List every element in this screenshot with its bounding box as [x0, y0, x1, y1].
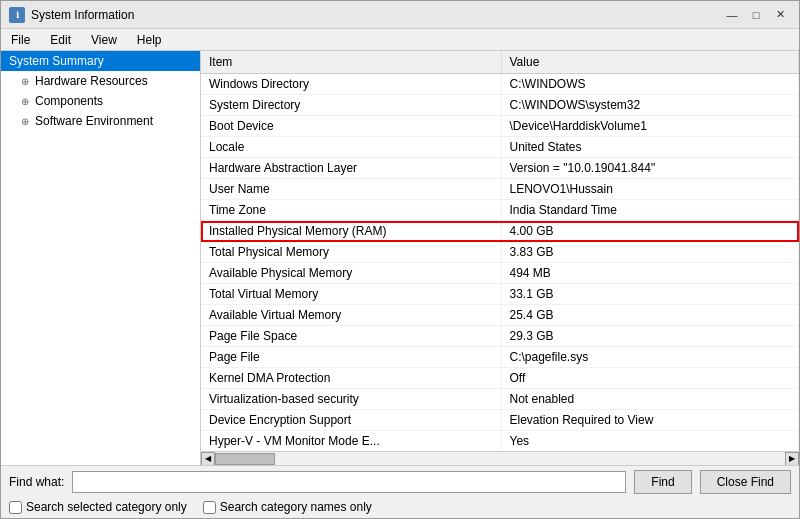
cell-value: C:\pagefile.sys — [501, 347, 799, 368]
scrollbar-thumb[interactable] — [215, 453, 275, 465]
scroll-left-btn[interactable]: ◀ — [201, 452, 215, 466]
cell-item: Hyper-V - VM Monitor Mode E... — [201, 431, 501, 452]
sidebar-item-components[interactable]: ⊕ Components — [1, 91, 200, 111]
cell-item: Available Physical Memory — [201, 263, 501, 284]
table-header-row: Item Value — [201, 51, 799, 74]
system-info-table: Item Value Windows DirectoryC:\WINDOWSSy… — [201, 51, 799, 451]
cell-item: Hardware Abstraction Layer — [201, 158, 501, 179]
table-row: User NameLENOVO1\Hussain — [201, 179, 799, 200]
scrollbar-track[interactable] — [215, 452, 785, 466]
cell-item: Total Physical Memory — [201, 242, 501, 263]
sidebar-item-hardware-resources[interactable]: ⊕ Hardware Resources — [1, 71, 200, 91]
cell-item: Page File Space — [201, 326, 501, 347]
cell-value: 4.00 GB — [501, 221, 799, 242]
cell-value: 33.1 GB — [501, 284, 799, 305]
cell-value: C:\WINDOWS\system32 — [501, 95, 799, 116]
scroll-right-btn[interactable]: ▶ — [785, 452, 799, 466]
cell-item: Device Encryption Support — [201, 410, 501, 431]
menu-help[interactable]: Help — [127, 31, 172, 49]
table-container[interactable]: Item Value Windows DirectoryC:\WINDOWSSy… — [201, 51, 799, 451]
cell-item: Boot Device — [201, 116, 501, 137]
menu-file[interactable]: File — [1, 31, 40, 49]
checkbox-row: Search selected category only Search cat… — [1, 498, 799, 518]
close-find-button[interactable]: Close Find — [700, 470, 791, 494]
table-row: Hardware Abstraction LayerVersion = "10.… — [201, 158, 799, 179]
cell-value: 3.83 GB — [501, 242, 799, 263]
cell-value: 25.4 GB — [501, 305, 799, 326]
table-row: Page File Space29.3 GB — [201, 326, 799, 347]
search-selected-category-checkbox[interactable]: Search selected category only — [9, 500, 187, 514]
window-title: System Information — [31, 8, 134, 22]
table-row: Hyper-V - VM Monitor Mode E...Yes — [201, 431, 799, 452]
col-item: Item — [201, 51, 501, 74]
close-button[interactable]: ✕ — [769, 6, 791, 24]
find-button[interactable]: Find — [634, 470, 691, 494]
cell-item: Kernel DMA Protection — [201, 368, 501, 389]
table-row: Windows DirectoryC:\WINDOWS — [201, 74, 799, 95]
table-row: Boot Device\Device\HarddiskVolume1 — [201, 116, 799, 137]
cell-item: User Name — [201, 179, 501, 200]
find-label: Find what: — [9, 475, 64, 489]
table-row: Installed Physical Memory (RAM)4.00 GB — [201, 221, 799, 242]
bottom-panel: Find what: Find Close Find Search select… — [1, 465, 799, 518]
cell-value: Yes — [501, 431, 799, 452]
expand-icon-hardware: ⊕ — [21, 76, 29, 87]
search-category-names-checkbox[interactable]: Search category names only — [203, 500, 372, 514]
table-row: System DirectoryC:\WINDOWS\system32 — [201, 95, 799, 116]
table-row: Device Encryption SupportElevation Requi… — [201, 410, 799, 431]
cell-item: Installed Physical Memory (RAM) — [201, 221, 501, 242]
sidebar: System Summary ⊕ Hardware Resources ⊕ Co… — [1, 51, 201, 465]
title-bar-left: ℹ System Information — [9, 7, 134, 23]
table-row: LocaleUnited States — [201, 137, 799, 158]
expand-icon-software: ⊕ — [21, 116, 29, 127]
horizontal-scrollbar[interactable]: ◀ ▶ — [201, 451, 799, 465]
cell-value: Elevation Required to View — [501, 410, 799, 431]
table-row: Kernel DMA ProtectionOff — [201, 368, 799, 389]
table-row: Available Physical Memory494 MB — [201, 263, 799, 284]
table-row: Time ZoneIndia Standard Time — [201, 200, 799, 221]
cell-item: Available Virtual Memory — [201, 305, 501, 326]
cell-value: Not enabled — [501, 389, 799, 410]
cell-value: United States — [501, 137, 799, 158]
cell-value: Off — [501, 368, 799, 389]
cell-item: Virtualization-based security — [201, 389, 501, 410]
cell-value: LENOVO1\Hussain — [501, 179, 799, 200]
table-row: Virtualization-based securityNot enabled — [201, 389, 799, 410]
expand-icon-components: ⊕ — [21, 96, 29, 107]
cell-item: System Directory — [201, 95, 501, 116]
table-row: Total Virtual Memory33.1 GB — [201, 284, 799, 305]
table-row: Total Physical Memory3.83 GB — [201, 242, 799, 263]
menu-edit[interactable]: Edit — [40, 31, 81, 49]
find-row: Find what: Find Close Find — [1, 466, 799, 498]
sidebar-item-software-environment[interactable]: ⊕ Software Environment — [1, 111, 200, 131]
cell-value: \Device\HarddiskVolume1 — [501, 116, 799, 137]
app-icon: ℹ — [9, 7, 25, 23]
find-input[interactable] — [72, 471, 626, 493]
cell-value: C:\WINDOWS — [501, 74, 799, 95]
menu-bar: File Edit View Help — [1, 29, 799, 51]
maximize-button[interactable]: □ — [745, 6, 767, 24]
title-bar: ℹ System Information — □ ✕ — [1, 1, 799, 29]
minimize-button[interactable]: — — [721, 6, 743, 24]
window-controls: — □ ✕ — [721, 6, 791, 24]
content-area: Item Value Windows DirectoryC:\WINDOWSSy… — [201, 51, 799, 465]
menu-view[interactable]: View — [81, 31, 127, 49]
sidebar-item-system-summary[interactable]: System Summary — [1, 51, 200, 71]
table-row: Page FileC:\pagefile.sys — [201, 347, 799, 368]
system-information-window: ℹ System Information — □ ✕ File Edit Vie… — [0, 0, 800, 519]
table-row: Available Virtual Memory25.4 GB — [201, 305, 799, 326]
cell-item: Time Zone — [201, 200, 501, 221]
cell-item: Windows Directory — [201, 74, 501, 95]
cell-value: 494 MB — [501, 263, 799, 284]
cell-item: Locale — [201, 137, 501, 158]
cell-value: India Standard Time — [501, 200, 799, 221]
cell-item: Page File — [201, 347, 501, 368]
cell-value: 29.3 GB — [501, 326, 799, 347]
col-value: Value — [501, 51, 799, 74]
cell-item: Total Virtual Memory — [201, 284, 501, 305]
main-content: System Summary ⊕ Hardware Resources ⊕ Co… — [1, 51, 799, 465]
cell-value: Version = "10.0.19041.844" — [501, 158, 799, 179]
